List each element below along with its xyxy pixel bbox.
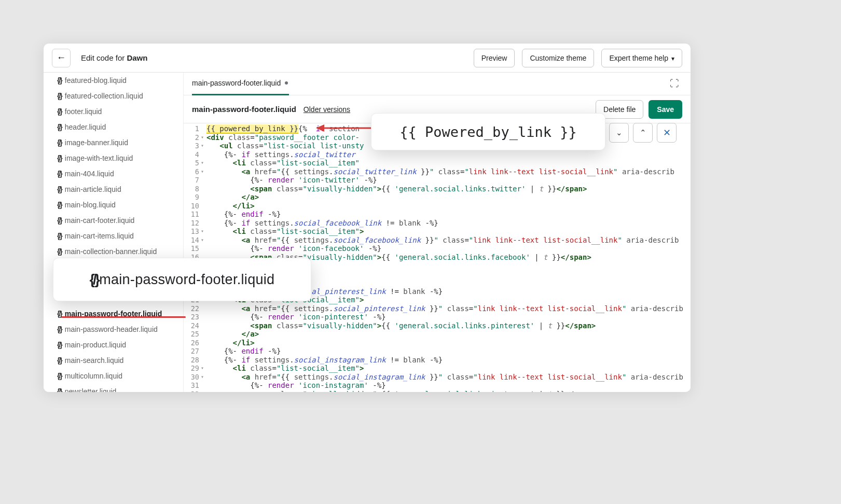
popout-icon[interactable]: ⛶ — [667, 76, 682, 92]
title-prefix: Edit code for — [81, 53, 127, 62]
sidebar-item-label: header.liquid — [65, 123, 106, 131]
sidebar-item-label: main-password-header.liquid — [65, 325, 158, 333]
sidebar-item-label: image-banner.liquid — [65, 138, 128, 147]
page-title: Edit code for Dawn — [81, 53, 147, 62]
preview-button[interactable]: Preview — [474, 49, 515, 67]
theme-name: Dawn — [127, 53, 147, 62]
expert-help-label: Expert theme help — [609, 54, 668, 62]
liquid-file-icon: {/} — [57, 201, 62, 209]
sidebar-item[interactable]: {/}main-blog.liquid — [44, 197, 183, 213]
customize-theme-button[interactable]: Customize theme — [522, 49, 594, 67]
callout-filename: {/}main-password-footer.liquid — [53, 258, 311, 301]
file-tree-sidebar[interactable]: {/}featured-blog.liquid{/}featured-colle… — [44, 73, 184, 392]
sidebar-item[interactable]: {/}main-collection-banner.liquid — [44, 244, 183, 259]
liquid-file-icon: {/} — [57, 216, 62, 225]
callout-code: {{ Powered_by_link }} — [371, 113, 605, 150]
sidebar-item[interactable]: {/}featured-collection.liquid — [44, 88, 183, 104]
liquid-file-icon: {/} — [57, 92, 62, 100]
sidebar-item[interactable]: {/}newsletter.liquid — [44, 384, 183, 392]
liquid-file-icon: {/} — [57, 372, 62, 380]
expert-help-button[interactable]: Expert theme help — [601, 49, 682, 67]
sidebar-item-label: main-collection-banner.liquid — [65, 247, 157, 256]
sidebar-item-label: main-search.liquid — [65, 356, 124, 365]
liquid-file-icon: {/} — [57, 107, 62, 116]
sidebar-item-label: main-product.liquid — [65, 341, 126, 349]
tab-label: main-password-footer.liquid — [192, 79, 281, 87]
chevron-up-icon: ⌃ — [640, 128, 646, 137]
liquid-file-icon: {/} — [57, 123, 62, 131]
liquid-file-icon: {/} — [57, 341, 62, 349]
sidebar-item[interactable]: {/}image-with-text.liquid — [44, 150, 183, 166]
search-nav-controls: ⌄ ⌃ ✕ — [609, 123, 677, 143]
liquid-file-icon: {/} — [57, 76, 62, 85]
callout-filename-text: main-password-footer.liquid — [99, 272, 274, 288]
sidebar-item-label: main-article.liquid — [65, 185, 121, 193]
sidebar-item-label: main-blog.liquid — [65, 201, 116, 209]
sidebar-item[interactable]: {/}main-cart-items.liquid — [44, 228, 183, 244]
sidebar-item-label: main-cart-footer.liquid — [65, 216, 135, 225]
liquid-file-icon: {/} — [57, 138, 62, 147]
save-button[interactable]: Save — [649, 100, 682, 119]
sidebar-item-label: image-with-text.liquid — [65, 154, 133, 162]
unsaved-dot-icon — [285, 81, 288, 85]
sidebar-item[interactable]: {/}multicolumn.liquid — [44, 368, 183, 384]
sidebar-item-label: featured-collection.liquid — [65, 92, 143, 100]
sidebar-item[interactable]: {/}main-password-header.liquid — [44, 321, 183, 337]
liquid-file-icon: {/} — [57, 387, 62, 392]
liquid-file-icon: {/} — [57, 356, 62, 365]
sidebar-item-label: main-404.liquid — [65, 170, 114, 178]
liquid-file-icon: {/} — [90, 272, 99, 288]
next-match-button[interactable]: ⌄ — [609, 123, 629, 143]
sidebar-item[interactable]: {/}main-404.liquid — [44, 166, 183, 181]
liquid-file-icon: {/} — [57, 247, 62, 256]
sidebar-item[interactable]: {/}main-cart-footer.liquid — [44, 213, 183, 228]
caret-down-icon — [671, 54, 674, 62]
sidebar-item[interactable]: {/}main-product.liquid — [44, 337, 183, 353]
sidebar-item[interactable]: {/}main-search.liquid — [44, 353, 183, 368]
liquid-file-icon: {/} — [57, 154, 62, 162]
sidebar-item-label: featured-blog.liquid — [65, 76, 127, 85]
sidebar-item[interactable]: {/}main-article.liquid — [44, 181, 183, 197]
sidebar-item-label: newsletter.liquid — [65, 387, 117, 392]
open-file-name: main-password-footer.liquid — [192, 105, 296, 114]
close-icon: ✕ — [663, 127, 671, 138]
close-search-button[interactable]: ✕ — [657, 123, 677, 143]
sidebar-item[interactable]: {/}featured-blog.liquid — [44, 73, 183, 88]
liquid-file-icon: {/} — [57, 170, 62, 178]
annotation-arrow — [316, 122, 373, 134]
sidebar-item-label: main-cart-items.liquid — [65, 232, 134, 240]
chevron-down-icon: ⌄ — [616, 128, 623, 137]
sidebar-item[interactable]: {/}main-password-footer.liquid — [44, 306, 183, 321]
back-button[interactable]: ← — [52, 49, 71, 67]
sidebar-item-label: multicolumn.liquid — [65, 372, 122, 380]
prev-match-button[interactable]: ⌃ — [633, 123, 653, 143]
liquid-file-icon: {/} — [57, 185, 62, 193]
arrow-left-icon: ← — [57, 52, 66, 63]
highlight-underline — [61, 316, 186, 318]
tab-bar: main-password-footer.liquid ⛶ — [184, 73, 691, 95]
sidebar-item-label: footer.liquid — [65, 107, 102, 116]
code-editor-window: ← Edit code for Dawn Preview Customize t… — [44, 44, 691, 392]
sidebar-item[interactable]: {/}image-banner.liquid — [44, 135, 183, 150]
older-versions-link[interactable]: Older versions — [304, 105, 350, 114]
liquid-file-icon: {/} — [57, 325, 62, 333]
liquid-file-icon: {/} — [57, 232, 62, 240]
topbar: ← Edit code for Dawn Preview Customize t… — [44, 44, 691, 73]
svg-marker-1 — [316, 124, 324, 132]
tab-active[interactable]: main-password-footer.liquid — [192, 73, 289, 95]
sidebar-item[interactable]: {/}header.liquid — [44, 119, 183, 135]
sidebar-item[interactable]: {/}footer.liquid — [44, 104, 183, 119]
